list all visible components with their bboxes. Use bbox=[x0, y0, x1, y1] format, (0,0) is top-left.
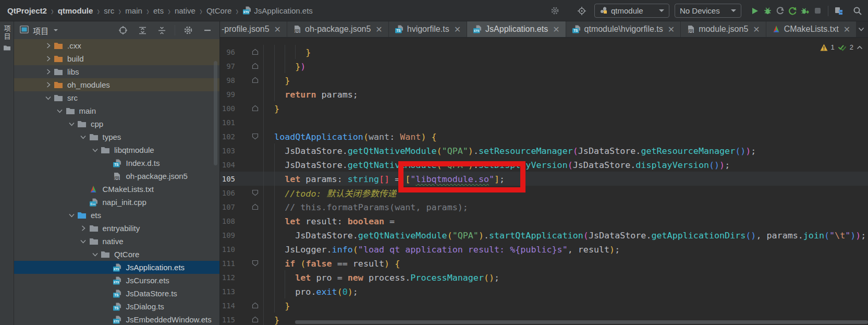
close-icon[interactable]: ✕ bbox=[454, 25, 461, 34]
tree-item-main[interactable]: main bbox=[14, 104, 219, 117]
tree-expand-icon[interactable] bbox=[66, 121, 77, 127]
code-editor[interactable]: 96 }97 })98 }99 return params;100 }10110… bbox=[220, 38, 868, 325]
line-number[interactable]: 106 bbox=[220, 189, 235, 197]
project-tool-window-button[interactable]: 项目 bbox=[0, 21, 14, 53]
tree-expand-icon[interactable] bbox=[42, 94, 54, 101]
breadcrumb-item[interactable]: native bbox=[175, 6, 195, 15]
search-icon[interactable] bbox=[851, 5, 864, 17]
line-number[interactable]: 96 bbox=[220, 48, 235, 56]
line-number[interactable]: 107 bbox=[220, 203, 235, 211]
stop-button[interactable] bbox=[811, 5, 824, 17]
editor-tab-oh-package-json5[interactable]: {0}oh-package.json5✕ bbox=[287, 21, 389, 37]
editor-tab-jsapplication-ets[interactable]: ETSJsApplication.ets✕ bbox=[467, 21, 566, 37]
line-number[interactable]: 98 bbox=[220, 76, 235, 85]
line-number[interactable]: 113 bbox=[220, 287, 235, 296]
rerun-button[interactable] bbox=[786, 5, 799, 17]
tree-item-oh-package-json5[interactable]: {0}oh-package.json5 bbox=[14, 170, 219, 183]
tree-expand-icon[interactable] bbox=[78, 238, 89, 245]
tree-item-jsapplication-ets[interactable]: ETSJsApplication.ets bbox=[14, 261, 219, 274]
tree-expand-icon[interactable] bbox=[42, 42, 54, 49]
tree-expand-icon[interactable] bbox=[78, 134, 89, 140]
run-button[interactable] bbox=[749, 5, 761, 17]
line-number[interactable]: 102 bbox=[220, 133, 235, 141]
close-icon[interactable]: ✕ bbox=[375, 25, 382, 34]
line-number[interactable]: 104 bbox=[220, 161, 235, 169]
select-opened-file-icon[interactable] bbox=[117, 24, 129, 37]
line-number[interactable]: 99 bbox=[220, 90, 235, 99]
tree-item--cxx[interactable]: .cxx bbox=[14, 39, 219, 52]
inspections-widget[interactable]: 1 2 bbox=[820, 43, 863, 51]
tab-list-chevron-icon[interactable] bbox=[858, 26, 865, 35]
tree-item-jsembeddedwindow-ets[interactable]: ETSJsEmbeddedWindow.ets bbox=[14, 313, 219, 325]
tree-item-jsdatastore-ts[interactable]: TSJsDataStore.ts bbox=[14, 287, 219, 300]
fold-marker-icon[interactable] bbox=[252, 302, 259, 309]
fold-marker-icon[interactable] bbox=[252, 49, 259, 55]
tree-expand-icon[interactable] bbox=[42, 55, 54, 62]
module-selector[interactable]: qtmodule bbox=[594, 4, 669, 18]
line-number[interactable]: 108 bbox=[220, 217, 235, 225]
device-selector[interactable]: No Devices bbox=[675, 4, 741, 18]
tree-expand-icon[interactable] bbox=[89, 251, 101, 258]
tree-expand-icon[interactable] bbox=[89, 147, 101, 153]
line-number[interactable]: 109 bbox=[220, 231, 235, 239]
tree-item-entryability[interactable]: entryability bbox=[14, 222, 219, 235]
tree-item-qtcore[interactable]: QtCore bbox=[14, 248, 219, 261]
fold-marker-icon[interactable] bbox=[252, 105, 259, 112]
breadcrumb-item[interactable]: QtCore bbox=[206, 6, 231, 15]
close-icon[interactable]: ✕ bbox=[274, 25, 281, 34]
tree-item-src[interactable]: src bbox=[14, 91, 219, 104]
breadcrumb-item[interactable]: qtmodule bbox=[58, 6, 93, 15]
line-number[interactable]: 115 bbox=[220, 316, 235, 324]
close-icon[interactable]: ✕ bbox=[553, 25, 559, 34]
close-icon[interactable]: ✕ bbox=[843, 25, 850, 34]
panel-settings-gear-icon[interactable] bbox=[182, 24, 194, 37]
tree-item-index-d-ts[interactable]: TSIndex.d.ts bbox=[14, 157, 219, 170]
breadcrumb-item[interactable]: QtProject2 bbox=[7, 6, 47, 15]
debug-rerun-button[interactable] bbox=[799, 5, 811, 17]
tree-expand-icon[interactable] bbox=[78, 225, 89, 232]
horizontal-scrollbar[interactable] bbox=[295, 320, 868, 324]
fold-marker-icon[interactable] bbox=[252, 189, 259, 196]
fold-marker-icon[interactable] bbox=[252, 316, 259, 323]
tree-item-jscursor-ets[interactable]: ETSJsCursor.ets bbox=[14, 274, 219, 287]
tree-item-libqtmodule[interactable]: libqtmodule bbox=[14, 143, 219, 157]
locate-icon[interactable] bbox=[576, 5, 588, 17]
close-icon[interactable]: ✕ bbox=[668, 25, 675, 34]
fold-marker-icon[interactable] bbox=[252, 63, 259, 69]
tree-item-ets[interactable]: ets bbox=[14, 209, 219, 222]
line-number[interactable]: 110 bbox=[220, 245, 235, 254]
tree-expand-icon[interactable] bbox=[54, 107, 66, 114]
settings-gear-icon[interactable] bbox=[548, 5, 561, 17]
hide-panel-icon[interactable] bbox=[201, 24, 214, 37]
fold-marker-icon[interactable] bbox=[252, 203, 259, 210]
profiler-button[interactable] bbox=[774, 5, 786, 17]
expand-all-icon[interactable] bbox=[136, 24, 149, 37]
fold-marker-icon[interactable] bbox=[252, 260, 259, 267]
breadcrumb-item[interactable]: ets bbox=[153, 6, 164, 15]
line-number[interactable]: 103 bbox=[220, 147, 235, 155]
close-icon[interactable]: ✕ bbox=[753, 25, 760, 34]
breadcrumb-item[interactable]: src bbox=[104, 6, 114, 15]
fold-marker-icon[interactable] bbox=[252, 77, 259, 83]
editor-tab--profile-json5[interactable]: -profile.json5✕ bbox=[220, 21, 287, 37]
editor-tab-qtmodule-hvigorfile-ts[interactable]: TSqtmodule\hvigorfile.ts✕ bbox=[566, 21, 681, 37]
breadcrumb-item[interactable]: main bbox=[125, 6, 142, 15]
editor-tab-module-json5[interactable]: {0}module.json5✕ bbox=[681, 21, 766, 37]
line-number[interactable]: 101 bbox=[220, 118, 235, 127]
chevron-down-icon[interactable] bbox=[54, 29, 58, 31]
tree-expand-icon[interactable] bbox=[42, 68, 54, 75]
tree-item-cpp[interactable]: cpp bbox=[14, 117, 219, 130]
tree-expand-icon[interactable] bbox=[42, 81, 54, 88]
tree-item-jsdialog-ts[interactable]: TSJsDialog.ts bbox=[14, 300, 219, 313]
tree-item-cmakelists-txt[interactable]: CMakeLists.txt bbox=[14, 183, 219, 196]
tree-expand-icon[interactable] bbox=[66, 212, 77, 219]
line-number[interactable]: 114 bbox=[220, 302, 235, 310]
collapse-all-icon[interactable] bbox=[155, 24, 168, 37]
editor-tab-cmakelists-txt[interactable]: CMakeLists.txt✕ bbox=[766, 21, 857, 37]
fold-marker-icon[interactable] bbox=[252, 133, 259, 140]
tree-scrollbar[interactable] bbox=[214, 61, 217, 165]
line-number[interactable]: 112 bbox=[220, 273, 235, 282]
project-structure-icon[interactable] bbox=[833, 5, 845, 17]
debug-button[interactable] bbox=[761, 5, 774, 17]
line-number[interactable]: 100 bbox=[220, 104, 235, 113]
